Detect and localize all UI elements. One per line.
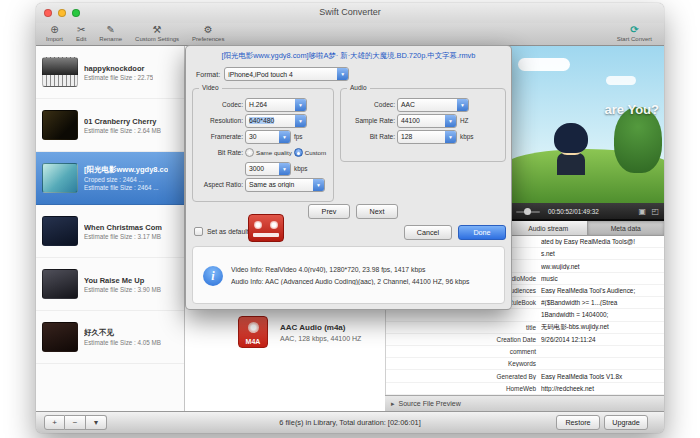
rename-button[interactable]: ✎ Rename <box>99 24 122 43</box>
table-row: 1Bandwidth = 1404000; <box>386 309 664 321</box>
prev-button[interactable]: Prev <box>308 204 350 219</box>
list-item[interactable]: You Raise Me Up Estimate file Size : 3.9… <box>36 258 184 311</box>
media-info-box: i Video Info: RealVideo 4.0(rv40), 1280*… <box>192 246 505 304</box>
window-title: Swift Converter <box>36 7 664 17</box>
video-group-title: Video <box>199 84 222 91</box>
output-format-detail: AAC, 128 kbps, 44100 HZ <box>280 335 361 342</box>
video-codec-select[interactable]: H.264 ▼ <box>245 98 307 112</box>
rename-icon: ✎ <box>107 24 115 35</box>
popup-arrow-icon: ▼ <box>313 179 324 191</box>
import-icon: ⊕ <box>50 24 58 35</box>
preferences-label: Preferences <box>192 35 224 43</box>
wrench-icon: ⚒ <box>153 24 162 35</box>
media-title: You Raise Me Up <box>84 276 161 285</box>
edit-button[interactable]: ✂ Edit <box>76 24 86 43</box>
app-window: Swift Converter ⊕ Import ✂ Edit ✎ Rename… <box>36 3 664 433</box>
rename-label: Rename <box>99 35 122 43</box>
dialog-file-title: [阳光电影www.ygdy8.com]哆啦A梦· 新·大雄的大魔境.BD.720… <box>194 51 503 61</box>
format-select[interactable]: iPhone4,iPod touch 4 ▼ <box>224 67 349 81</box>
preferences-button[interactable]: ⚙ Preferences <box>192 24 224 43</box>
preview-cloud <box>606 76 636 85</box>
resolution-select[interactable]: 640*480 ▼ <box>245 114 307 128</box>
media-size: Estimate file Size : 4.05 MB <box>84 339 161 346</box>
popup-arrow-icon: ▼ <box>445 131 456 143</box>
start-convert-label: Start Convert <box>617 35 652 43</box>
same-quality-radio[interactable] <box>245 148 254 157</box>
list-item[interactable]: When Christmas Com Estimate file Size : … <box>36 205 184 258</box>
m4a-file-icon: M4A <box>238 316 268 348</box>
set-default-checkbox[interactable] <box>194 227 203 236</box>
source-file-preview-bar[interactable]: ▸ Source File Preview <box>385 395 664 411</box>
list-item[interactable]: 01 Cranberry Cherry Estimate file Size :… <box>36 99 184 152</box>
audio-codec-select[interactable]: AAC ▼ <box>397 98 469 112</box>
done-button[interactable]: Done <box>458 225 506 240</box>
import-label: Import <box>46 35 63 43</box>
custom-settings-button[interactable]: ⚒ Custom Settings <box>135 24 179 43</box>
media-size: Estimate file Size : 3.17 MB <box>84 233 162 240</box>
audio-settings-group: Audio Codec: AAC ▼ Sample Rate: 44100 ▼ … <box>340 88 506 162</box>
media-title: [阳光电影www.ygdy8.co <box>84 165 168 175</box>
titlebar: Swift Converter <box>36 3 664 23</box>
aspect-ratio-select[interactable]: Same as origin ▼ <box>245 178 325 192</box>
media-title: When Christmas Com <box>84 223 162 232</box>
list-item[interactable]: happyknockdoor Estimate file Size : 22.7… <box>36 46 184 99</box>
restore-button[interactable]: Restore <box>556 415 600 430</box>
audio-bitrate-select[interactable]: 128 ▼ <box>397 130 457 144</box>
media-size: Estimate file Size : 3.90 MB <box>84 286 161 293</box>
volume-knob[interactable] <box>524 208 531 215</box>
media-thumbnail <box>42 216 78 246</box>
m4a-badge-label: M4A <box>239 338 267 345</box>
info-icon: i <box>203 266 223 286</box>
tab-meta-data[interactable]: Meta data <box>588 221 665 235</box>
custom-settings-dialog: [阳光电影www.ygdy8.com]哆啦A梦· 新·大雄的大魔境.BD.720… <box>185 45 512 310</box>
disclosure-icon: ▸ <box>391 400 395 408</box>
popup-arrow-icon: ▼ <box>295 99 306 111</box>
table-row: title无码电影-bbs.wujidy.net <box>386 322 664 334</box>
snapshot-icon[interactable]: ▣ <box>638 207 646 216</box>
video-info-text: Video Info: RealVideo 4.0(rv40), 1280*72… <box>231 266 498 273</box>
popup-arrow-icon: ▼ <box>295 115 306 127</box>
start-convert-button[interactable]: ⟳ Start Convert <box>617 24 652 43</box>
toolbar: ⊕ Import ✂ Edit ✎ Rename ⚒ Custom Settin… <box>36 23 664 46</box>
list-item[interactable]: 好久不见 Estimate file Size : 4.05 MB <box>36 311 184 364</box>
gear-icon: ⚙ <box>204 24 213 35</box>
playback-bar: 00:50:52/01:49:32 ▣ ◰ <box>510 203 664 221</box>
audio-group-title: Audio <box>347 84 370 91</box>
video-preview: are You? <box>510 46 664 203</box>
edit-icon: ✂ <box>77 24 85 35</box>
framerate-select[interactable]: 30 ▼ <box>245 130 291 144</box>
popup-arrow-icon: ▼ <box>457 99 468 111</box>
stream-tabs: Audio stream Meta data <box>510 221 664 236</box>
video-settings-group: Video Codec: H.264 ▼ Resolution: 640*480… <box>192 88 334 202</box>
media-thumbnail <box>42 163 78 193</box>
cancel-button[interactable]: Cancel <box>404 225 452 240</box>
table-row: comment <box>386 346 664 358</box>
next-button[interactable]: Next <box>356 204 398 219</box>
audio-info-text: Audio Info: AAC (Advanced Audio Coding)(… <box>231 278 498 285</box>
set-default-label: Set as default <box>207 228 249 235</box>
media-title: happyknockdoor <box>84 64 153 73</box>
table-row: Creation Date9/26/2014 12:11:24 <box>386 334 664 346</box>
playback-time: 00:50:52/01:49:32 <box>548 208 599 215</box>
preview-cloud <box>518 58 570 71</box>
popup-arrow-icon: ▼ <box>337 68 348 80</box>
source-preview-label: Source File Preview <box>399 400 461 407</box>
custom-bitrate-radio[interactable] <box>294 148 303 157</box>
status-bar: + − ▾ 6 file(s) in Library, Total durati… <box>36 411 664 433</box>
media-thumbnail <box>42 57 78 87</box>
tab-audio-stream[interactable]: Audio stream <box>510 221 588 235</box>
table-row: Generated ByEasy RealMedia Tools V1.8x <box>386 370 664 382</box>
list-item-selected[interactable]: [阳光电影www.ygdy8.co Croped size : 2464 ...… <box>36 152 184 205</box>
import-button[interactable]: ⊕ Import <box>46 24 63 43</box>
rmvb-file-icon <box>248 214 284 242</box>
media-size: Estimate file Size : 2.64 MB <box>84 127 161 134</box>
media-thumbnail <box>42 269 78 299</box>
media-thumbnail <box>42 110 78 140</box>
sample-rate-select[interactable]: 44100 ▼ <box>397 114 457 128</box>
upgrade-button[interactable]: Upgrade <box>604 415 648 430</box>
video-bitrate-select[interactable]: 3000 ▼ <box>245 162 291 176</box>
fullscreen-icon[interactable]: ◰ <box>651 207 659 216</box>
media-title: 好久不见 <box>84 328 161 338</box>
popup-arrow-icon: ▼ <box>279 163 290 175</box>
format-label: Format: <box>196 71 220 78</box>
